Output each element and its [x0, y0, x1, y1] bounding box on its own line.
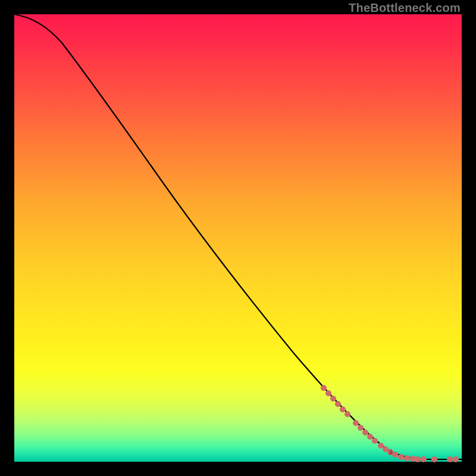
watermark-text: TheBottleneck.com [349, 1, 461, 15]
marker-dot [335, 401, 341, 407]
marker-dot [421, 456, 427, 462]
marker-dot [404, 455, 410, 461]
marker-dot [321, 385, 327, 391]
marker-dot [431, 456, 437, 462]
marker-dot [398, 454, 404, 460]
marker-dot [345, 411, 350, 417]
marker-dot [325, 390, 331, 396]
marker-dot [367, 434, 373, 440]
marker-dot [447, 456, 453, 462]
marker-dot [358, 425, 364, 431]
marker-dot [372, 438, 378, 444]
main-curve [14, 14, 462, 459]
plot-area [14, 14, 462, 462]
curve-layer [14, 14, 462, 462]
marker-dot [340, 406, 346, 412]
marker-dot [362, 430, 368, 436]
marker-dot [453, 456, 459, 462]
marker-dot [415, 456, 421, 462]
marker-dot [330, 396, 336, 402]
marker-dot [353, 420, 359, 426]
marker-dot [392, 452, 398, 458]
chart-frame: TheBottleneck.com [0, 0, 476, 476]
marker-group [321, 385, 459, 462]
marker-dot [378, 443, 384, 449]
